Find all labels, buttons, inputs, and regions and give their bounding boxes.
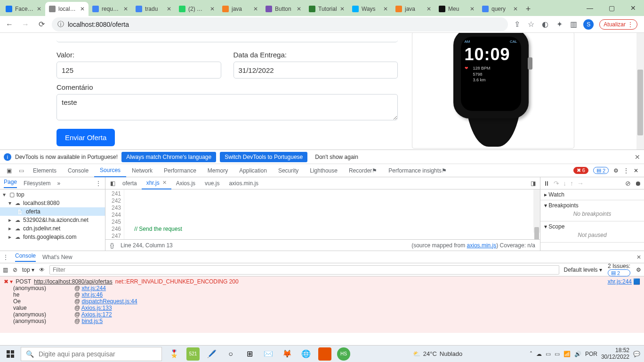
stack-frame[interactable]: Oe@ dispatchRequest.js:44 [4, 298, 640, 305]
step-icon[interactable]: → [577, 180, 584, 187]
close-icon[interactable]: ✕ [123, 6, 128, 12]
browser-tab[interactable]: java✕ [218, 2, 262, 16]
extensions-icon[interactable]: ✦ [555, 20, 564, 29]
stack-frame[interactable]: he@ xhr.js:46 [4, 291, 640, 298]
taskbar-app-1[interactable]: 🎖️ [168, 347, 181, 361]
stack-frame[interactable]: (anonymous)@ bind.js:5 [4, 318, 640, 324]
close-icon[interactable]: ✕ [167, 6, 171, 12]
tray-volume-icon[interactable]: 🔊 [574, 351, 581, 357]
browser-tab[interactable]: query✕ [478, 2, 522, 16]
start-button[interactable] [0, 346, 21, 362]
errors-badge[interactable]: ✖ 6 [573, 167, 588, 174]
taskbar-app-2[interactable]: 521 [186, 347, 200, 361]
pause-on-exc-icon[interactable]: ⏺ [635, 180, 641, 187]
console-output[interactable]: ✖ ▾ POST http://localhost:8080/api/ofert… [0, 276, 644, 333]
inspect-icon[interactable]: ▣ [3, 167, 15, 174]
url-input[interactable] [68, 21, 502, 28]
step-over-icon[interactable]: ↷ [554, 180, 559, 187]
tree-cdn2[interactable]: ▸cdn.jsdelivr.net [0, 224, 105, 233]
nav-tab-page[interactable]: Page [4, 179, 17, 188]
stack-frame[interactable]: (anonymous)@ xhr.js:244 [4, 285, 640, 291]
comentario-textarea[interactable]: teste [56, 94, 398, 120]
taskbar-cortana[interactable]: ○ [224, 347, 237, 361]
back-button[interactable]: ← [4, 19, 15, 30]
nav-tab-filesystem[interactable]: Filesystem [24, 180, 50, 187]
panel-application[interactable]: Application [233, 164, 273, 177]
tree-top[interactable]: ▾▢ top [0, 190, 105, 199]
src-tab-oferta[interactable]: oferta [118, 177, 142, 189]
banner-dont-show-button[interactable]: Don't show again [311, 152, 362, 162]
coverage-link[interactable]: axios.min.js [467, 242, 497, 249]
console-context[interactable]: top ▾ [22, 267, 34, 273]
devtools-close-icon[interactable]: ✕ [634, 167, 638, 174]
console-create-expr-icon[interactable]: 👁 [39, 267, 45, 273]
close-icon[interactable]: ✕ [340, 6, 345, 12]
panel-network[interactable]: Network [126, 164, 158, 177]
watch-section[interactable]: ▸ Watch [544, 191, 564, 198]
taskbar-app-hs[interactable]: HS [337, 347, 350, 361]
window-minimize[interactable]: — [579, 0, 601, 16]
browser-tab[interactable]: (2) WhatsApp✕ [175, 2, 218, 16]
close-icon[interactable]: ✕ [253, 6, 258, 12]
panel-performance-insights[interactable]: Performance insights ⚑ [383, 164, 452, 177]
breakpoints-section[interactable]: ▾ Breakpoints [544, 202, 640, 209]
pause-icon[interactable]: ⏸ [543, 180, 550, 187]
more-icon[interactable]: ⋮ [623, 167, 629, 174]
tray-meet-icon[interactable]: ▭ [546, 351, 551, 357]
taskbar-firefox[interactable]: 🦊 [281, 347, 294, 361]
browser-tab[interactable]: Button✕ [262, 2, 305, 16]
close-icon[interactable]: ✕ [297, 6, 301, 12]
bookmark-icon[interactable]: ☆ [527, 20, 535, 29]
close-icon[interactable]: ✕ [383, 6, 388, 12]
tree-cdn3[interactable]: ▸fonts.googleapis.com [0, 233, 105, 241]
console-issues[interactable]: 2 Issues: ▤ 2 [608, 263, 630, 276]
taskbar-chrome[interactable]: 🌐 [299, 347, 313, 361]
browser-tab[interactable]: tradu✕ [132, 2, 175, 16]
panel-elements[interactable]: Elements [27, 164, 62, 177]
pretty-print-icon[interactable]: {} [110, 242, 114, 249]
tree-file-oferta[interactable]: oferta [0, 207, 105, 216]
step-out-icon[interactable]: ↑ [570, 180, 573, 187]
banner-switch-button[interactable]: Switch DevTools to Portuguese [220, 152, 307, 162]
panel-console[interactable]: Console [62, 164, 94, 177]
tree-host[interactable]: ▾localhost:8080 [0, 199, 105, 207]
console-source-link[interactable]: xhr.js:244 [608, 278, 632, 285]
code-scrollbar[interactable] [533, 189, 540, 233]
tree-cdn1[interactable]: ▸532902&l.ha.azioncdn.net [0, 216, 105, 224]
close-icon[interactable]: ✕ [162, 180, 167, 186]
tray-time[interactable]: 18:52 [601, 347, 629, 354]
taskbar-app-orange[interactable] [318, 347, 331, 361]
panel-lighthouse[interactable]: Lighthouse [304, 164, 343, 177]
drawer-tab-whatsnew[interactable]: What's New [42, 254, 72, 260]
forward-button[interactable]: → [20, 19, 31, 30]
tray-notifications-icon[interactable]: 💬 [633, 351, 640, 357]
console-drawer-menu-icon[interactable]: ⋮ [3, 254, 8, 260]
nav-tab-more-icon[interactable]: » [57, 180, 60, 187]
taskbar-taskview[interactable]: ⊞ [243, 347, 256, 361]
nav-tab-menu-icon[interactable]: ⋮ [96, 180, 101, 187]
browser-tab[interactable]: Tutorial✕ [305, 2, 348, 16]
step-into-icon[interactable]: ↓ [563, 180, 566, 187]
issues-badge[interactable]: ▤ 2 [593, 167, 609, 174]
browser-tab[interactable]: request✕ [89, 2, 132, 16]
window-maximize[interactable]: ▢ [601, 0, 622, 16]
issue-indicator-icon[interactable]: 🟦 [633, 278, 640, 285]
panel-recorder[interactable]: Recorder ⚑ [343, 164, 383, 177]
site-info-icon[interactable]: ⓘ [57, 20, 64, 29]
browser-tab[interactable]: localhost:8080/oferta✕ [45, 2, 89, 16]
enviar-oferta-button[interactable]: Enviar Oferta [56, 129, 115, 146]
panel-memory[interactable]: Memory [202, 164, 233, 177]
side-panel-icon[interactable]: ▥ [569, 20, 578, 29]
tray-chevron-icon[interactable]: ˄ [530, 351, 532, 357]
src-tab-axios[interactable]: Axios.js [171, 177, 200, 189]
stack-frame[interactable]: (anonymous)@ Axios.js:172 [4, 311, 640, 318]
code-area[interactable]: 241242243244245246247 // Send the reques… [105, 189, 540, 239]
taskbar-weather[interactable]: ⛅ 24°C Nublado [413, 350, 469, 357]
close-icon[interactable]: ✕ [513, 6, 518, 12]
banner-close-icon[interactable]: ✕ [635, 153, 640, 161]
tray-language[interactable]: POR [585, 351, 597, 357]
update-button[interactable]: Atualizar⋮ [599, 19, 637, 30]
reload-button[interactable]: ⟳ [36, 19, 47, 30]
console-clear-icon[interactable]: ⊘ [13, 267, 17, 273]
tray-onedrive-icon[interactable]: ☁ [536, 351, 542, 357]
